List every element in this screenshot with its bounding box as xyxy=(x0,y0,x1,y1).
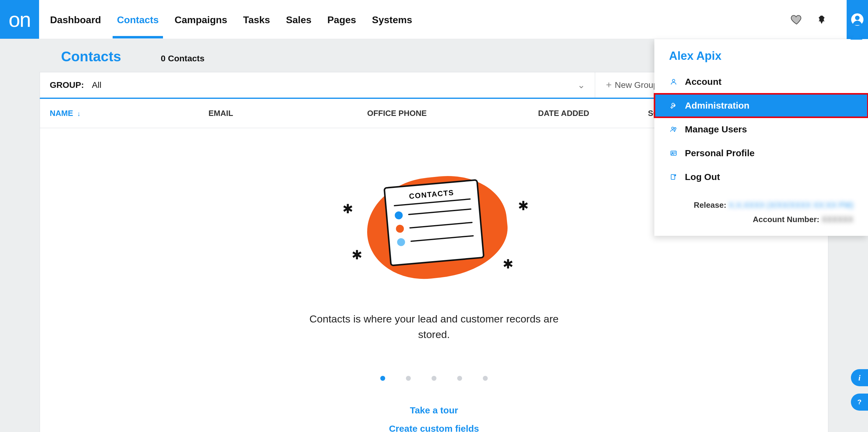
favorites-icon[interactable] xyxy=(790,13,803,26)
user-menu-username: Alex Apix xyxy=(654,39,868,70)
contact-count: 0 Contacts xyxy=(161,54,205,63)
wrench-icon xyxy=(669,102,678,109)
carousel-dot-4[interactable] xyxy=(457,376,462,381)
page-title: Contacts xyxy=(61,48,121,65)
release-value: X.X.XXXX (X/XX/XXXX XX:XX PM) xyxy=(728,200,854,209)
sparkle-icon: ✱ xyxy=(342,201,353,216)
menu-log-out[interactable]: Log Out xyxy=(654,165,868,189)
sort-down-icon: ↓ xyxy=(77,110,81,118)
dot-icon xyxy=(396,225,404,233)
create-custom-fields-link[interactable]: Create custom fields xyxy=(389,424,479,432)
group-filter: GROUP: All ⌄ xyxy=(40,72,595,98)
carousel-dots xyxy=(380,376,488,381)
carousel-dot-3[interactable] xyxy=(432,376,436,381)
menu-item-label: Log Out xyxy=(685,172,720,182)
svg-point-1 xyxy=(855,15,860,20)
pin-icon[interactable] xyxy=(815,13,828,26)
external-link-icon xyxy=(669,173,678,180)
col-date-added[interactable]: DATE ADDED xyxy=(538,109,648,118)
svg-point-3 xyxy=(672,127,674,129)
col-office-phone[interactable]: OFFICE PHONE xyxy=(367,109,538,118)
svg-point-6 xyxy=(672,152,673,154)
col-name[interactable]: NAME ↓ xyxy=(50,109,209,118)
card-title: CONTACTS xyxy=(393,187,471,206)
nav-items: Dashboard Contacts Campaigns Tasks Sales… xyxy=(39,0,412,39)
col-email[interactable]: EMAIL xyxy=(209,109,367,118)
nav-tasks[interactable]: Tasks xyxy=(243,1,270,38)
chevron-down-icon: ⌄ xyxy=(578,79,585,90)
group-value: All xyxy=(92,80,101,90)
user-menu-trigger[interactable] xyxy=(847,0,868,39)
svg-rect-7 xyxy=(671,174,675,179)
menu-item-label: Manage Users xyxy=(685,124,747,135)
plus-icon: + xyxy=(606,79,612,91)
nav-systems[interactable]: Systems xyxy=(372,1,412,38)
topbar: on Dashboard Contacts Campaigns Tasks Sa… xyxy=(0,0,868,39)
nav-sales[interactable]: Sales xyxy=(286,1,312,38)
line-icon xyxy=(410,235,474,242)
info-float-button[interactable]: i xyxy=(851,369,868,386)
menu-item-label: Account xyxy=(685,76,721,87)
carousel-dot-1[interactable] xyxy=(380,376,385,381)
empty-illustration: ✱ ✱ ✱ ✱ CONTACTS xyxy=(336,165,532,281)
svg-point-2 xyxy=(672,79,675,82)
group-label: GROUP: xyxy=(50,80,84,90)
menu-manage-users[interactable]: Manage Users xyxy=(654,118,868,141)
svg-text:?: ? xyxy=(857,398,862,406)
svg-text:i: i xyxy=(858,373,860,382)
account-number-label: Account Number: xyxy=(753,215,819,224)
user-menu: Alex Apix Account Administration Manage … xyxy=(654,39,868,236)
nav-pages[interactable]: Pages xyxy=(328,1,356,38)
topbar-right xyxy=(790,0,868,39)
release-label: Release: xyxy=(694,200,726,209)
account-number-value: XXXXXX xyxy=(822,215,854,224)
help-float-button[interactable]: ? xyxy=(851,394,868,411)
sparkle-icon: ✱ xyxy=(518,198,529,213)
take-tour-link[interactable]: Take a tour xyxy=(410,405,458,416)
logo[interactable]: on xyxy=(0,0,39,39)
menu-item-label: Personal Profile xyxy=(685,148,754,158)
menu-caret-icon xyxy=(850,34,863,40)
dot-icon xyxy=(394,211,403,220)
carousel-dot-5[interactable] xyxy=(483,376,488,381)
id-card-icon xyxy=(669,149,678,157)
logo-text: on xyxy=(8,8,31,31)
empty-message: Contacts is where your lead and customer… xyxy=(297,311,571,342)
sparkle-icon: ✱ xyxy=(351,247,362,262)
dot-icon xyxy=(397,238,405,246)
line-icon xyxy=(409,222,473,229)
menu-account[interactable]: Account xyxy=(654,70,868,94)
person-icon xyxy=(669,78,678,86)
nav-dashboard[interactable]: Dashboard xyxy=(50,1,101,38)
group-select[interactable]: All ⌄ xyxy=(92,79,585,90)
menu-item-label: Administration xyxy=(685,100,750,111)
new-group-label: New Group xyxy=(615,80,658,90)
menu-personal-profile[interactable]: Personal Profile xyxy=(654,141,868,165)
carousel-dot-2[interactable] xyxy=(406,376,411,381)
nav-campaigns[interactable]: Campaigns xyxy=(175,1,227,38)
nav-contacts[interactable]: Contacts xyxy=(117,1,159,38)
line-icon xyxy=(408,208,471,215)
users-icon xyxy=(669,126,678,133)
contacts-card-illustration: CONTACTS xyxy=(383,179,484,266)
sparkle-icon: ✱ xyxy=(503,257,513,271)
user-menu-footer: Release: X.X.XXXX (X/XX/XXXX XX:XX PM) A… xyxy=(654,189,868,227)
menu-administration[interactable]: Administration xyxy=(654,94,868,118)
empty-links: Take a tour Create custom fields xyxy=(389,405,479,432)
svg-point-4 xyxy=(674,128,676,129)
